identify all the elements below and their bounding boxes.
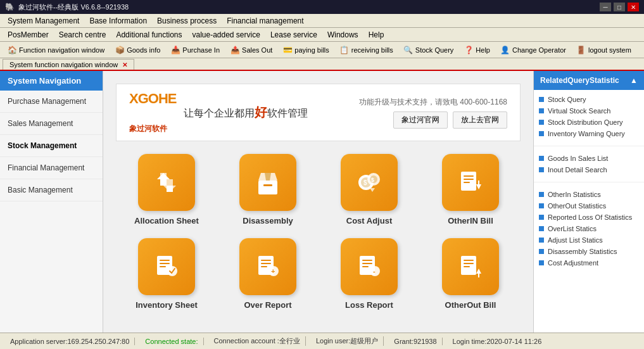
right-item-stock-query[interactable]: Stock Query: [539, 94, 639, 105]
dot-icon: [539, 167, 544, 172]
inventory-sheet-icon-box[interactable]: [138, 238, 195, 295]
svg-rect-10: [464, 179, 474, 180]
toolbar-logout[interactable]: 🚪 logout system: [572, 43, 636, 57]
right-item-otherin-stats[interactable]: OtherIn Statistics: [539, 189, 639, 200]
list-item[interactable]: Allocation Sheet: [122, 154, 211, 225]
other-in-bill-icon-box[interactable]: [442, 154, 499, 211]
list-item[interactable]: - Loss Report: [325, 238, 414, 310]
allocation-sheet-icon-box[interactable]: [138, 154, 195, 211]
sidebar-item-financial[interactable]: Financial Management: [0, 157, 103, 179]
over-report-icon: +: [252, 251, 284, 282]
right-item-label: OtherOut Statistics: [548, 202, 606, 210]
menu-value-added-service[interactable]: value-added service: [187, 29, 265, 41]
inventory-sheet-label: Inventory Sheet: [136, 300, 198, 310]
window-controls[interactable]: ─ □ ✕: [600, 3, 639, 11]
brand-website-btn[interactable]: 象过河官网: [393, 111, 448, 129]
menu-business-process[interactable]: Business process: [152, 15, 222, 27]
toolbar-paying-bills[interactable]: 💳 paying bills: [278, 43, 333, 57]
svg-rect-30: [461, 256, 476, 275]
right-item-adjust-list[interactable]: Adjust List Statics: [539, 234, 639, 246]
loss-report-icon-box[interactable]: -: [341, 238, 398, 295]
brand-buttons: 象过河官网 放上去官网: [393, 111, 507, 129]
right-item-label: Goods In Sales List: [548, 155, 608, 162]
toolbar-receiving-bills[interactable]: 📋 receiving bills: [335, 43, 398, 57]
transfer-icon: [151, 167, 182, 198]
list-item[interactable]: $ $ Cost Adjust: [325, 154, 414, 225]
menu-lease-service[interactable]: Lease service: [265, 29, 322, 41]
sidebar-header: System Navigation: [0, 71, 103, 91]
menu-financial-management[interactable]: Financial management: [222, 15, 308, 27]
toolbar-goods-label: Goods info: [127, 46, 160, 54]
toolbar-purchase-in[interactable]: 📥 Purchase In: [166, 43, 224, 57]
dot-icon: [539, 156, 544, 161]
menu-windows[interactable]: Windows: [322, 29, 363, 41]
list-item[interactable]: OtherOut Bill: [426, 238, 515, 310]
sidebar-item-sales[interactable]: Sales Management: [0, 113, 103, 135]
over-report-icon-box[interactable]: +: [239, 238, 296, 295]
status-server: Application server:169.254.250.247:80: [5, 338, 135, 345]
list-item[interactable]: Inventory Sheet: [122, 238, 211, 310]
right-item-virtual-stock[interactable]: Virtual Stock Search: [539, 105, 639, 117]
dot-icon: [539, 203, 544, 208]
sidebar-item-purchase[interactable]: Purchase Management: [0, 91, 103, 113]
cost-adjust-icon-box[interactable]: $ $: [341, 154, 398, 211]
menu-system-management[interactable]: System Management: [3, 15, 84, 27]
window-title: 象过河软件--经典版 V6.6.8--921938: [18, 3, 129, 12]
right-item-label: Stock Query: [548, 96, 586, 103]
dot-icon: [539, 131, 544, 136]
status-bar: Application server:169.254.250.247:80 Co…: [0, 333, 644, 349]
menu-additional-functions[interactable]: Additional functions: [111, 29, 187, 41]
goods-icon: 📦: [115, 45, 125, 55]
list-item[interactable]: OtherIN Bill: [426, 154, 515, 225]
close-button[interactable]: ✕: [628, 3, 639, 11]
right-item-inout-detail[interactable]: Inout Detail Search: [539, 164, 639, 175]
svg-rect-21: [261, 266, 267, 267]
right-item-label: Disassembly Statistics: [548, 248, 617, 255]
svg-rect-27: [362, 266, 369, 267]
right-item-goods-sales[interactable]: Goods In Sales List: [539, 153, 639, 164]
toolbar-sales-out[interactable]: 📤 Sales Out: [225, 43, 277, 57]
tab-close-icon[interactable]: ✕: [122, 61, 127, 68]
dot-icon: [539, 215, 544, 220]
toolbar-operator-label: Change Operator: [512, 46, 566, 54]
other-out-bill-icon-box[interactable]: [442, 238, 499, 295]
brand-goto-btn[interactable]: 放上去官网: [453, 111, 507, 129]
right-panel-expand-icon[interactable]: ▲: [630, 76, 638, 85]
status-login-user: Login user:超级用户: [311, 336, 384, 346]
right-panel: RelatedQueryStatistic ▲ Stock Query Virt…: [533, 71, 644, 346]
minimize-button[interactable]: ─: [600, 3, 611, 11]
dot-icon: [539, 192, 544, 197]
list-item[interactable]: Disassembly: [224, 154, 312, 225]
brand-logo: XGOHE 象过河软件: [129, 91, 176, 134]
right-item-reported-loss[interactable]: Reported Loss Of Statistics: [539, 212, 639, 223]
sidebar-item-basic[interactable]: Basic Management: [0, 179, 103, 201]
maximize-button[interactable]: □: [614, 3, 625, 11]
right-item-disassembly-stats[interactable]: Disassembly Statistics: [539, 246, 639, 257]
right-item-inventory-warning[interactable]: Inventory Warning Query: [539, 128, 639, 139]
svg-rect-15: [160, 263, 170, 264]
tab-navigation-window[interactable]: System function navigation window ✕: [3, 59, 134, 70]
menu-search-centre[interactable]: Search centre: [54, 29, 111, 41]
right-item-distribution-query[interactable]: Stock Distribution Query: [539, 117, 639, 128]
menu-base-information[interactable]: Base Information: [84, 15, 152, 27]
toolbar-help[interactable]: ❓ Help: [459, 43, 495, 57]
toolbar-goods-info[interactable]: 📦 Goods info: [110, 43, 165, 57]
toolbar-help-label: Help: [476, 46, 490, 54]
toolbar-nav-window[interactable]: 🏠 Function navigation window: [3, 43, 109, 57]
menu-help[interactable]: Help: [363, 29, 389, 41]
svg-rect-9: [464, 175, 474, 177]
right-item-otherout-stats[interactable]: OtherOut Statistics: [539, 200, 639, 212]
menu-posmember[interactable]: PosMember: [3, 29, 54, 41]
loss-report-icon: -: [353, 251, 385, 282]
toolbar-change-operator[interactable]: 👤 Change Operator: [496, 43, 571, 57]
sidebar-item-stock[interactable]: Stock Management: [0, 135, 103, 157]
title-bar-left: 🐘 象过河软件--经典版 V6.6.8--921938: [5, 3, 129, 12]
right-section-2: Goods In Sales List Inout Detail Search: [534, 149, 644, 179]
list-item[interactable]: + Over Report: [224, 238, 312, 310]
svg-rect-19: [261, 260, 271, 261]
disassembly-icon-box[interactable]: [239, 154, 296, 211]
help-icon: ❓: [464, 45, 474, 55]
right-item-overlist-statics[interactable]: OverList Statics: [539, 223, 639, 234]
toolbar-stock-query[interactable]: 🔍 Stock Query: [399, 43, 458, 57]
right-item-cost-adjustment[interactable]: Cost Adjustment: [539, 257, 639, 269]
